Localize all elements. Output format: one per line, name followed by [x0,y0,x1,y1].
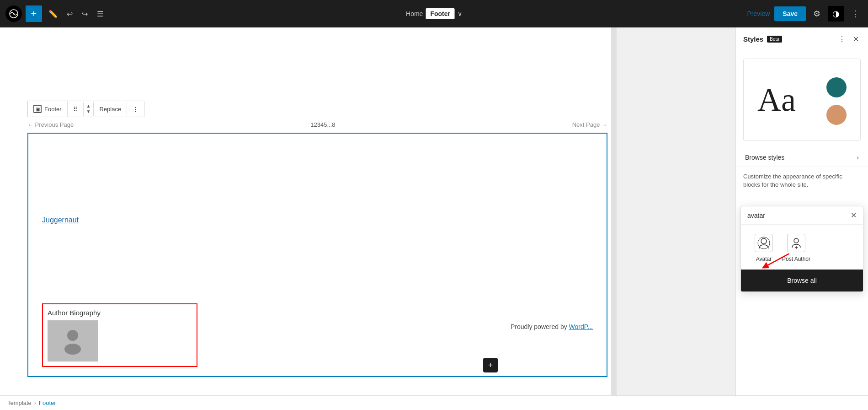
panel-header-right: ⋮ ✕ [836,33,861,45]
svg-point-5 [758,237,770,249]
customize-text: Customize the appearance of specific blo… [736,167,868,194]
search-clear-button[interactable]: ✕ [851,211,857,220]
footer-canvas-block: Juggernaut Proudly powered by WordP... A… [27,133,607,377]
block-toolbar: ▣ Footer ⠿ ▲ ▼ Replace ⋮ [27,101,144,117]
list-view-button[interactable]: ☰ [94,7,106,21]
browse-all-button[interactable]: Browse all [741,270,863,291]
svg-point-4 [761,238,767,244]
save-button[interactable]: Save [774,6,806,21]
move-down-button[interactable]: ▼ [86,109,91,114]
redo-button[interactable]: ↪ [79,7,91,21]
canvas-inner: ▣ Footer ⠿ ▲ ▼ Replace ⋮ ← Previous Page… [0,27,617,395]
contrast-toggle-button[interactable]: ◑ [828,6,844,22]
preview-button[interactable]: Preview [747,10,770,17]
footer-block-label: Footer [44,106,62,113]
juggernaut-link[interactable]: Juggernaut [42,216,79,224]
svg-point-3 [64,344,81,355]
svg-point-1 [13,13,15,15]
browse-styles-chevron-icon: › [857,154,859,161]
panel-header: Styles Beta ⋮ ✕ [736,27,868,51]
post-author-block-icon [787,234,805,252]
search-result-post-author[interactable]: Post Author [782,234,810,262]
prev-page-link[interactable]: ← Previous Page [27,121,74,128]
search-results: Avatar [741,225,863,270]
search-result-avatar[interactable]: Avatar [755,234,773,262]
svg-point-8 [794,238,799,243]
svg-point-2 [67,330,78,341]
block-search-popup: ✕ Avatar [740,206,863,292]
footer-block-icon: ▣ [33,105,42,113]
canvas-area: ▣ Footer ⠿ ▲ ▼ Replace ⋮ ← Previous Page… [0,27,735,395]
block-drag-handle[interactable]: ⠿ [68,102,84,116]
search-input[interactable] [747,212,847,219]
status-bar: Template › Footer [0,395,868,410]
add-block-button[interactable]: + [26,5,42,22]
breadcrumb-home[interactable]: Home [406,10,423,17]
edit-tool-button[interactable]: ✏️ [46,7,60,21]
powered-by: Proudly powered by WordP... [511,323,593,330]
author-avatar-placeholder [48,320,98,361]
status-separator: › [34,399,36,406]
beta-badge: Beta [767,36,782,43]
page-navigation: ← Previous Page 12345...8 Next Page → [27,121,607,128]
style-preview: Aa [743,59,861,141]
block-move-buttons[interactable]: ▲ ▼ [84,102,94,116]
author-bio-title: Author Biography [48,309,192,317]
author-biography-block[interactable]: Author Biography [42,303,197,367]
breadcrumb: Home Footer ∨ [406,8,462,19]
footer-content: Juggernaut Proudly powered by WordP... A… [28,134,607,376]
avatar-silhouette-icon [61,327,84,355]
post-author-result-label: Post Author [782,256,810,262]
wordpress-link[interactable]: WordP... [569,323,593,330]
next-page-link[interactable]: Next Page → [572,121,607,128]
color-dot-peach [826,105,847,125]
toolbar-right: Preview Save ⚙ ◑ ⋮ [747,6,863,22]
browse-styles-row[interactable]: Browse styles › [736,148,868,167]
breadcrumb-chevron: ∨ [458,10,462,17]
status-template-label: Template [7,399,32,406]
block-more-options[interactable]: ⋮ [127,102,144,116]
page-numbers: 12345...8 [310,121,335,128]
panel-title: Styles [743,35,763,43]
scrollbar[interactable] [611,27,617,395]
canvas-add-block-button[interactable]: + [483,358,498,372]
panel-close-button[interactable]: ✕ [851,33,861,45]
wp-logo[interactable] [5,5,22,22]
move-up-button[interactable]: ▲ [86,103,91,109]
top-toolbar: + ✏️ ↩ ↪ ☰ Home Footer ∨ Preview Save ⚙ … [0,0,868,27]
search-input-row: ✕ [741,206,863,225]
more-options-button[interactable]: ⋮ [849,6,863,22]
block-type-icon[interactable]: ▣ Footer [28,101,68,117]
color-dot-teal [826,77,847,97]
status-footer-link[interactable]: Footer [39,399,56,406]
breadcrumb-footer-chip[interactable]: Footer [426,8,455,19]
undo-button[interactable]: ↩ [64,7,75,21]
style-preview-text: Aa [757,81,796,119]
browse-styles-label: Browse styles [745,154,784,161]
panel-more-button[interactable]: ⋮ [836,33,847,45]
avatar-block-icon [755,234,773,252]
avatar-result-label: Avatar [756,256,772,262]
replace-button[interactable]: Replace [94,102,127,116]
right-panel: Styles Beta ⋮ ✕ Aa Browse styles › Custo… [735,27,868,395]
panel-header-left: Styles Beta [743,35,782,43]
settings-icon-button[interactable]: ⚙ [810,6,823,22]
main-layout: ▣ Footer ⠿ ▲ ▼ Replace ⋮ ← Previous Page… [0,27,868,395]
